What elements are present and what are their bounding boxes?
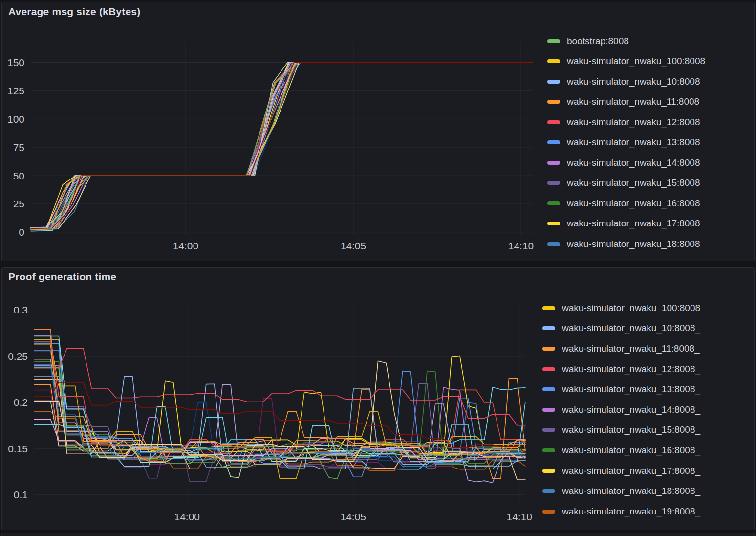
- legend-label: waku-simulator_nwaku_16:8008: [567, 198, 700, 209]
- legend-swatch: [547, 80, 560, 84]
- legend-label: waku-simulator_nwaku_13:8008_: [562, 384, 700, 395]
- y-axis-tick-label: 0.25: [8, 350, 28, 361]
- series-line: [31, 62, 533, 229]
- legend-swatch: [547, 39, 560, 43]
- gridlines: [34, 302, 525, 507]
- legend-swatch: [542, 448, 555, 452]
- legend: waku-simulator_nwaku_100:8008_waku-simul…: [542, 298, 706, 522]
- legend-label: waku-simulator_nwaku_18:8008_: [562, 486, 700, 496]
- x-axis-tick-label: 14:10: [507, 511, 532, 522]
- legend-label: waku-simulator_nwaku_13:8008: [567, 137, 700, 148]
- legend-swatch: [542, 489, 555, 493]
- legend-label: waku-simulator_nwaku_12:8008_: [562, 364, 700, 375]
- legend-item[interactable]: waku-simulator_nwaku_100:8008_: [542, 298, 706, 318]
- y-axis-tick-label: 100: [7, 113, 24, 125]
- legend-item[interactable]: bootstrap:8008: [547, 31, 705, 51]
- panel-proof-generation-time: Proof generation time 0.10.150.20.250.31…: [1, 267, 755, 530]
- legend-item[interactable]: waku-simulator_nwaku_17:8008_: [542, 461, 706, 481]
- y-axis-tick-label: 125: [7, 85, 24, 96]
- legend-item[interactable]: waku-simulator_nwaku_12:8008: [547, 112, 705, 133]
- legend-swatch: [547, 222, 560, 225]
- legend-swatch: [542, 510, 555, 514]
- legend-item[interactable]: waku-simulator_nwaku_19:8008_: [542, 501, 706, 522]
- y-axis-tick-label: 0.3: [14, 304, 28, 315]
- panel-average-msg-size: Average msg size (kBytes) 02550751001251…: [1, 2, 755, 261]
- legend-swatch: [542, 306, 555, 310]
- legend-label: waku-simulator_nwaku_14:8008_: [562, 404, 700, 415]
- legend-swatch: [542, 428, 555, 432]
- y-axis-tick-label: 50: [13, 170, 24, 181]
- legend-item[interactable]: waku-simulator_nwaku_15:8008_: [542, 420, 706, 441]
- legend-label: waku-simulator_nwaku_18:8008: [567, 239, 700, 249]
- legend-item[interactable]: waku-simulator_nwaku_16:8008_: [542, 440, 706, 461]
- legend-label: waku-simulator_nwaku_11:8008_: [562, 343, 700, 354]
- legend-swatch: [547, 161, 560, 165]
- legend-label: waku-simulator_nwaku_12:8008: [567, 117, 700, 128]
- legend-label: waku-simulator_nwaku_11:8008: [567, 96, 699, 107]
- legend-item[interactable]: waku-simulator_nwaku_14:8008_: [542, 400, 706, 420]
- legend-label: waku-simulator_nwaku_19:8008_: [562, 506, 700, 517]
- legend-item[interactable]: waku-simulator_nwaku_17:8008: [547, 214, 705, 234]
- legend-label: waku-simulator_nwaku_14:8008: [567, 157, 700, 168]
- legend-item[interactable]: waku-simulator_nwaku_10:8008: [547, 71, 705, 92]
- legend-swatch: [542, 408, 555, 412]
- y-axis-tick-label: 0.15: [8, 443, 28, 454]
- legend-item[interactable]: waku-simulator_nwaku_12:8008_: [542, 359, 706, 380]
- y-axis-tick-label: 25: [13, 198, 24, 209]
- y-axis-tick-label: 0.2: [14, 397, 28, 408]
- legend-swatch: [542, 387, 555, 391]
- legend-swatch: [542, 347, 555, 351]
- legend-item[interactable]: waku-simulator_nwaku_14:8008: [547, 153, 705, 173]
- legend-item[interactable]: waku-simulator_nwaku_100:8008: [547, 51, 705, 72]
- legend-item[interactable]: waku-simulator_nwaku_18:8008_: [542, 481, 706, 501]
- legend-swatch: [547, 242, 560, 246]
- legend-label: waku-simulator_nwaku_10:8008_: [562, 323, 700, 334]
- legend-label: waku-simulator_nwaku_17:8008_: [562, 466, 700, 476]
- legend-label: waku-simulator_nwaku_100:8008: [567, 56, 705, 67]
- legend-swatch: [547, 59, 560, 63]
- legend-swatch: [542, 469, 555, 473]
- series-lines: [34, 329, 525, 483]
- axis-tick-labels: 025507510012515014:0014:0514:10: [7, 57, 534, 251]
- dashboard: Average msg size (kBytes) 02550751001251…: [0, 0, 756, 536]
- x-axis-tick-label: 14:10: [508, 240, 534, 251]
- y-axis-tick-label: 75: [13, 142, 24, 153]
- series-lines: [31, 62, 533, 231]
- legend-label: bootstrap:8008: [567, 36, 629, 46]
- legend-swatch: [547, 181, 560, 185]
- legend-label: waku-simulator_nwaku_10:8008: [567, 76, 700, 87]
- x-axis-tick-label: 14:00: [174, 511, 200, 522]
- legend-swatch: [542, 326, 555, 330]
- legend-item[interactable]: waku-simulator_nwaku_11:8008: [547, 92, 705, 112]
- x-axis-tick-label: 14:00: [173, 240, 198, 251]
- legend-item[interactable]: waku-simulator_nwaku_18:8008: [547, 234, 705, 254]
- x-axis-tick-label: 14:05: [341, 511, 366, 522]
- legend-swatch: [547, 201, 560, 205]
- legend-item[interactable]: waku-simulator_nwaku_13:8008: [547, 133, 705, 153]
- legend-label: waku-simulator_nwaku_15:8008_: [562, 424, 700, 435]
- legend-swatch: [547, 140, 560, 144]
- next-panel-row-edge: [1, 533, 755, 536]
- y-axis-tick-label: 150: [7, 57, 24, 68]
- legend-swatch: [542, 367, 555, 371]
- legend-swatch: [547, 120, 560, 124]
- legend-item[interactable]: waku-simulator_nwaku_16:8008: [547, 193, 705, 214]
- legend-item[interactable]: waku-simulator_nwaku_15:8008: [547, 173, 705, 194]
- legend-label: waku-simulator_nwaku_100:8008_: [562, 303, 706, 313]
- legend-label: waku-simulator_nwaku_15:8008: [567, 178, 700, 188]
- legend-label: waku-simulator_nwaku_16:8008_: [562, 445, 700, 456]
- x-axis-tick-label: 14:05: [341, 240, 366, 251]
- legend: bootstrap:8008waku-simulator_nwaku_100:8…: [547, 31, 705, 254]
- legend-item[interactable]: waku-simulator_nwaku_11:8008_: [542, 338, 706, 359]
- legend-item[interactable]: waku-simulator_nwaku_13:8008_: [542, 379, 706, 400]
- legend-item[interactable]: waku-simulator_nwaku_10:8008_: [542, 318, 706, 339]
- y-axis-tick-label: 0: [19, 226, 24, 238]
- legend-label: waku-simulator_nwaku_17:8008: [567, 218, 700, 229]
- legend-swatch: [547, 100, 560, 104]
- y-axis-tick-label: 0.1: [14, 489, 28, 500]
